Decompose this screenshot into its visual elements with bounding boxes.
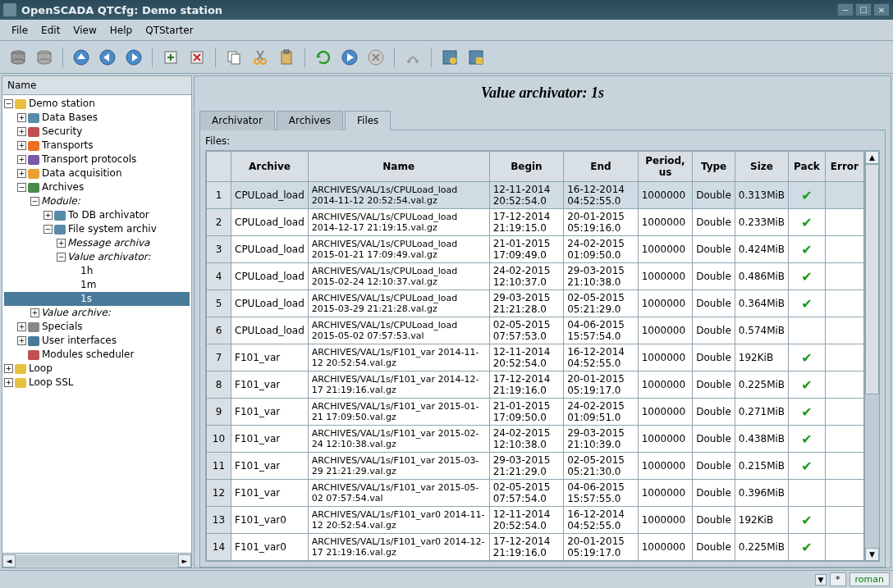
cell-size[interactable]: 0.271MiB	[735, 399, 788, 426]
column-header-rownum[interactable]	[207, 152, 231, 182]
expand-icon[interactable]: +	[17, 169, 26, 178]
expand-icon[interactable]: +	[30, 308, 39, 317]
cell-type[interactable]: Double	[693, 236, 735, 263]
cell-type[interactable]: Double	[693, 263, 735, 290]
table-row[interactable]: 10F101_varARCHIVES/VAL/1s/F101_var 2015-…	[207, 426, 864, 453]
cell-type[interactable]: Double	[693, 317, 735, 344]
cell-error[interactable]	[825, 399, 863, 426]
expand-icon[interactable]: +	[17, 322, 26, 331]
cell-error[interactable]	[825, 426, 863, 453]
tree-label[interactable]: User interfaces	[42, 335, 117, 346]
cell-name[interactable]: ARCHIVES/VAL/1s/F101_var 2014-11-12 20:5…	[308, 344, 489, 371]
copy-icon[interactable]	[222, 46, 245, 69]
cell-period[interactable]: 1000000	[638, 317, 693, 344]
row-number[interactable]: 5	[207, 290, 231, 317]
tree-node-value-archivator-[interactable]: −Value archivator:	[4, 250, 190, 264]
cell-end[interactable]: 29-03-2015 21:10:39.0	[564, 426, 639, 453]
cell-end[interactable]: 16-12-2014 04:52:55.0	[564, 507, 639, 534]
table-row[interactable]: 14F101_var0ARCHIVES/VAL/1s/F101_var0 201…	[207, 534, 864, 561]
start-icon[interactable]	[338, 46, 361, 69]
row-number[interactable]: 7	[207, 344, 231, 371]
cell-begin[interactable]: 29-03-2015 21:21:28.0	[489, 290, 564, 317]
cell-name[interactable]: ARCHIVES/VAL/1s/CPULoad_load 2015-02-24 …	[308, 263, 489, 290]
status-dropdown-icon[interactable]: ▼	[815, 574, 827, 586]
tree-node-value-archive-[interactable]: +Value archive:	[4, 306, 190, 320]
status-user[interactable]: roman	[849, 572, 890, 586]
cell-error[interactable]	[825, 290, 863, 317]
tree-node-transport-protocols[interactable]: +Transport protocols	[4, 153, 190, 166]
cell-archive[interactable]: CPULoad_load	[231, 263, 309, 290]
cell-error[interactable]	[825, 344, 863, 371]
cell-begin[interactable]: 17-12-2014 21:19:16.0	[489, 534, 564, 561]
tree-body[interactable]: −Demo station+Data Bases+Security+Transp…	[2, 95, 191, 553]
cell-period[interactable]: 1000000	[638, 399, 693, 426]
cell-archive[interactable]: F101_var	[231, 344, 309, 371]
cell-size[interactable]: 192KiB	[735, 507, 788, 534]
row-number[interactable]: 14	[207, 534, 231, 561]
cell-error[interactable]	[825, 371, 863, 399]
cell-begin[interactable]: 12-11-2014 20:52:54.0	[489, 182, 564, 209]
cell-end[interactable]: 24-02-2015 01:09:51.0	[564, 399, 639, 426]
paste-icon[interactable]	[275, 46, 298, 69]
expand-icon[interactable]: +	[17, 127, 26, 136]
cell-name[interactable]: ARCHIVES/VAL/1s/F101_var0 2014-12-17 21:…	[308, 534, 489, 561]
tree-node-to-db-archivator[interactable]: +To DB archivator	[4, 208, 190, 222]
cell-type[interactable]: Double	[693, 480, 735, 507]
table-row[interactable]: 7F101_varARCHIVES/VAL/1s/F101_var 2014-1…	[207, 344, 864, 371]
cell-end[interactable]: 29-03-2015 21:10:38.0	[564, 263, 639, 290]
tab-files[interactable]: Files	[345, 111, 391, 130]
cell-period[interactable]: 1000000	[638, 182, 693, 209]
tree-label[interactable]: Module:	[41, 195, 80, 207]
cell-period[interactable]: 1000000	[638, 371, 693, 399]
scroll-thumb[interactable]	[865, 164, 879, 394]
cell-archive[interactable]: CPULoad_load	[231, 182, 309, 209]
cell-error[interactable]	[825, 263, 863, 290]
collapse-icon[interactable]: −	[30, 197, 39, 206]
cut-icon[interactable]	[249, 46, 272, 69]
cell-name[interactable]: ARCHIVES/VAL/1s/F101_var 2014-12-17 21:1…	[308, 371, 489, 399]
menu-view[interactable]: View	[66, 21, 103, 39]
cell-size[interactable]: 0.424MiB	[735, 236, 788, 263]
tree-hscrollbar[interactable]: ◄ ►	[2, 553, 191, 567]
tree-label[interactable]: Demo station	[29, 98, 95, 109]
cell-archive[interactable]: F101_var0	[231, 534, 309, 561]
cell-error[interactable]	[825, 209, 863, 236]
row-number[interactable]: 13	[207, 507, 231, 534]
tree-label[interactable]: 1m	[80, 279, 96, 290]
tree-label[interactable]: To DB archivator	[68, 209, 149, 221]
tree-label[interactable]: Loop SSL	[29, 376, 74, 388]
tree-node-specials[interactable]: +Specials	[4, 320, 190, 334]
tree-label[interactable]: 1s	[80, 293, 92, 304]
cell-period[interactable]: 1000000	[638, 453, 693, 480]
cell-pack[interactable]: ✔	[789, 507, 826, 534]
expand-icon[interactable]: +	[17, 336, 26, 345]
cell-pack[interactable]: ✔	[789, 263, 826, 290]
minimize-button[interactable]: ─	[837, 3, 854, 16]
cell-name[interactable]: ARCHIVES/VAL/1s/CPULoad_load 2015-05-02 …	[308, 317, 489, 344]
cell-type[interactable]: Double	[693, 534, 735, 561]
tree-label[interactable]: Value archive:	[41, 307, 111, 318]
cell-archive[interactable]: F101_var	[231, 480, 309, 507]
cell-error[interactable]	[825, 480, 863, 507]
cell-pack[interactable]: ✔	[789, 534, 826, 561]
db-load-icon[interactable]	[7, 46, 30, 69]
table-row[interactable]: 13F101_var0ARCHIVES/VAL/1s/F101_var0 201…	[207, 507, 864, 534]
table-row[interactable]: 4CPULoad_loadARCHIVES/VAL/1s/CPULoad_loa…	[207, 263, 864, 290]
tree-label[interactable]: Message archiva	[67, 237, 149, 248]
cell-name[interactable]: ARCHIVES/VAL/1s/F101_var 2015-05-02 07:5…	[308, 480, 489, 507]
cell-end[interactable]: 24-02-2015 01:09:50.0	[564, 236, 639, 263]
table-row[interactable]: 8F101_varARCHIVES/VAL/1s/F101_var 2014-1…	[207, 371, 864, 399]
cell-begin[interactable]: 02-05-2015 07:57:53.0	[489, 317, 564, 344]
expand-icon[interactable]: +	[44, 211, 53, 220]
tree-node-module-[interactable]: −Module:	[4, 194, 190, 208]
table-row[interactable]: 1CPULoad_loadARCHIVES/VAL/1s/CPULoad_loa…	[207, 182, 864, 209]
cell-name[interactable]: ARCHIVES/VAL/1s/F101_var 2015-03-29 21:2…	[308, 453, 489, 480]
cell-error[interactable]	[825, 453, 863, 480]
cell-period[interactable]: 1000000	[638, 426, 693, 453]
cell-type[interactable]: Double	[693, 209, 735, 236]
tree-label[interactable]: Specials	[42, 321, 83, 332]
cell-end[interactable]: 20-01-2015 05:19:16.0	[564, 209, 639, 236]
cell-period[interactable]: 1000000	[638, 534, 693, 561]
cell-period[interactable]: 1000000	[638, 507, 693, 534]
column-header-size[interactable]: Size	[735, 152, 788, 182]
